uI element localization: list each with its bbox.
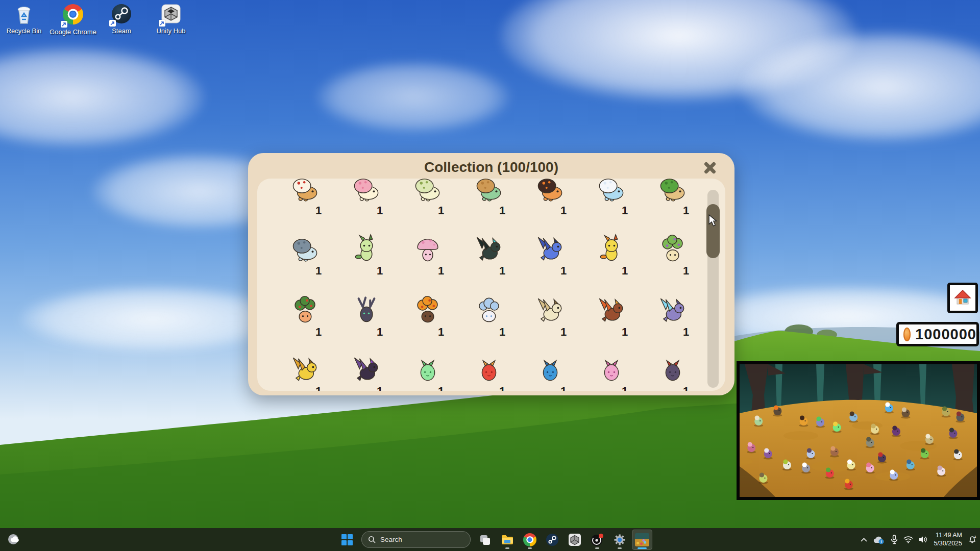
taskbar-app-obs[interactable] — [587, 530, 607, 550]
bat-dragon-sprite — [352, 354, 381, 384]
collection-cell-cloud-shell-turtle[interactable]: 1 — [581, 179, 642, 229]
game-thumbnail — [635, 533, 649, 546]
collection-cell-bread-shell-turtle[interactable]: 1 — [458, 179, 520, 229]
desktop-icon-label: Steam — [97, 27, 145, 35]
collection-grid: 1 1 1 1 1 1 1 — [257, 179, 725, 391]
taskbar-center: Search — [337, 528, 652, 551]
wifi-icon[interactable] — [903, 536, 913, 543]
collection-cell-ember-dragon[interactable]: 1 — [581, 293, 642, 350]
collection-cell-fawn-dragon[interactable]: 1 — [520, 293, 581, 350]
raincloud-pony-sprite — [474, 295, 504, 324]
melon-shell-turtle-sprite — [658, 179, 688, 203]
collection-cell-bow-slime[interactable]: 1 — [581, 352, 642, 391]
creature-count: 1 — [615, 325, 635, 339]
collection-cell-water-slime[interactable]: 1 — [520, 352, 581, 391]
cloud-shell-turtle-sprite — [597, 179, 626, 203]
onedrive-cloud-icon[interactable]: i — [873, 535, 885, 544]
coin-amount: 1000000 — [915, 326, 976, 343]
collection-cell-rock-beetle[interactable]: 1 — [275, 232, 336, 289]
collection-cell-imp-slime[interactable]: 1 — [642, 352, 703, 391]
desktop-icon-label: Unity Hub — [147, 27, 195, 35]
desktop-icon-google-chrome[interactable]: Google Chrome — [49, 3, 97, 36]
collection-cell-autumn-tree[interactable]: 1 — [397, 293, 458, 350]
flame-sprite-sprite — [597, 234, 626, 263]
scrollbar-thumb[interactable] — [706, 204, 720, 258]
close-icon[interactable] — [700, 158, 720, 178]
start-button[interactable] — [337, 530, 357, 550]
search-icon — [368, 536, 376, 543]
collection-dialog: Collection (100/100) 1 1 1 1 1 — [248, 153, 734, 395]
rock-beetle-sprite — [290, 234, 320, 263]
creature-count: 1 — [492, 325, 512, 339]
collection-cell-gold-dragon[interactable]: 1 — [275, 352, 336, 391]
desktop-icon-unity-hub[interactable]: Unity Hub — [147, 3, 195, 35]
creature-count: 1 — [553, 264, 574, 278]
speaker-icon[interactable] — [919, 536, 928, 543]
collection-cell-leaf-sprite[interactable]: 1 — [336, 232, 397, 289]
running-indicator — [618, 547, 622, 549]
home-button[interactable] — [947, 283, 978, 313]
collection-cell-blue-dragon[interactable]: 1 — [520, 232, 581, 289]
svg-text:z: z — [974, 535, 976, 538]
search-input[interactable]: Search — [361, 531, 471, 548]
settings-icon — [613, 533, 626, 546]
creature-count: 1 — [676, 385, 696, 391]
pistachio-shell-turtle-sprite — [413, 179, 443, 203]
taskbar-app-game-window[interactable] — [632, 530, 652, 550]
chrome-icon — [62, 4, 84, 27]
widgets-weather-icon[interactable] — [5, 531, 22, 548]
water-slime-sprite — [535, 354, 565, 384]
creature-count: 1 — [431, 264, 451, 278]
creature-count: 1 — [553, 385, 574, 391]
collection-cell-lava-shell-turtle[interactable]: 1 — [520, 179, 581, 229]
collection-cell-pistachio-shell-turtle[interactable]: 1 — [397, 179, 458, 229]
taskbar-app-file-explorer[interactable] — [497, 530, 518, 550]
collection-cell-melon-shell-turtle[interactable]: 1 — [642, 179, 703, 229]
taskbar-app-task-view[interactable] — [475, 530, 495, 550]
taskbar-clock[interactable]: 11:49 AM 5/30/2025 — [934, 532, 962, 547]
creature-count: 1 — [553, 325, 574, 339]
collection-cell-orchard-tree[interactable]: 1 — [275, 293, 336, 350]
recycle-bin-icon — [13, 3, 35, 26]
collection-cell-fire-slime[interactable]: 1 — [458, 352, 520, 391]
creature-count: 1 — [492, 204, 512, 217]
creature-count: 1 — [615, 264, 635, 278]
fire-slime-sprite — [474, 354, 504, 384]
collection-cell-bat-dragon[interactable]: 1 — [336, 352, 397, 391]
desktop-icon-steam[interactable]: Steam — [97, 3, 145, 35]
collection-cell-mushroom-fairy[interactable]: 1 — [397, 232, 458, 289]
dialog-title: Collection (100/100) — [248, 159, 734, 176]
creature-count: 1 — [431, 385, 451, 391]
shortcut-arrow-icon — [61, 21, 67, 28]
taskbar-app-chrome[interactable] — [520, 530, 540, 550]
creature-count: 1 — [308, 204, 329, 217]
taskbar-app-settings[interactable] — [609, 530, 630, 550]
collection-cell-green-slime[interactable]: 1 — [397, 352, 458, 391]
notification-bell-icon[interactable]: z — [968, 535, 977, 544]
windows-logo-icon — [341, 534, 353, 545]
obs-icon — [591, 533, 604, 546]
collection-cell-strawberry-shell-turtle[interactable]: 1 — [336, 179, 397, 229]
taskbar-app-steam[interactable] — [542, 530, 562, 550]
game-preview-window[interactable] — [737, 361, 980, 500]
desktop: Recycle Bin Google Chrome Steam — [0, 0, 980, 551]
collection-cell-storm-dragon[interactable]: 1 — [642, 293, 703, 350]
collection-cell-pie-shell-turtle[interactable]: 1 — [275, 179, 336, 229]
fawn-dragon-sprite — [535, 295, 565, 324]
collection-cell-raincloud-pony[interactable]: 1 — [458, 293, 520, 350]
taskbar-app-unity[interactable] — [565, 530, 585, 550]
desktop-icon-recycle-bin[interactable]: Recycle Bin — [0, 3, 48, 35]
hidden-icons-chevron-icon[interactable] — [861, 538, 867, 542]
collection-cell-flame-sprite[interactable]: 1 — [581, 232, 642, 289]
collection-cell-dark-dragon[interactable]: 1 — [458, 232, 520, 289]
collection-cell-dead-tree[interactable]: 1 — [336, 293, 397, 350]
creature-count: 1 — [676, 204, 696, 217]
microphone-icon[interactable] — [891, 535, 898, 544]
creature-count: 1 — [370, 325, 390, 339]
collection-cell-flower-bush-sprite[interactable]: 1 — [642, 232, 703, 289]
creature-count: 1 — [553, 204, 574, 217]
imp-slime-sprite — [658, 354, 688, 384]
shortcut-arrow-icon — [159, 20, 165, 27]
bow-slime-sprite — [597, 354, 626, 384]
creature-count: 1 — [370, 204, 390, 217]
